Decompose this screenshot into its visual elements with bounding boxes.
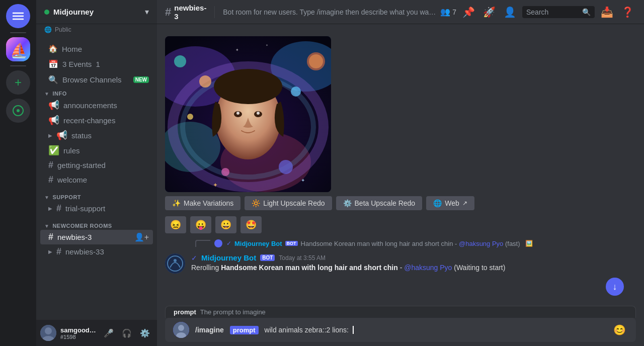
prompt-param: prompt: [230, 326, 259, 334]
channel-trial-support[interactable]: ▶ # trial-support: [40, 201, 153, 216]
discord-home-icon[interactable]: [6, 4, 30, 28]
search-input[interactable]: [526, 8, 578, 16]
channel-welcome[interactable]: # welcome: [40, 172, 153, 187]
inbox-btn[interactable]: 📥: [599, 4, 615, 20]
boost-btn[interactable]: 🚀: [481, 4, 498, 20]
make-variations-btn[interactable]: ✨ Make Variations: [165, 196, 240, 210]
input-value: wild animals zebra::2 lions:: [265, 326, 349, 334]
react-tongue-btn[interactable]: 😛: [190, 216, 211, 233]
beta-upscale-redo-btn[interactable]: ⚙️ Beta Upscale Redo: [336, 196, 423, 210]
newcomer-category[interactable]: NEWCOMER ROOMS: [36, 220, 157, 230]
user-avatar: [40, 325, 56, 341]
channel-list: 🏠 Home 📅 3 Events 1 🔍 Browse Channels NE…: [36, 37, 157, 320]
beta-upscale-redo-icon: ⚙️: [343, 199, 352, 207]
newbies-3-icon: #: [48, 232, 53, 242]
svg-point-19: [214, 69, 282, 104]
verified-badge: ✓: [191, 254, 197, 262]
prompt-hint-text: The prompt to imagine: [200, 308, 266, 316]
svg-point-20: [199, 75, 211, 88]
headphone-btn[interactable]: 🎧: [119, 325, 135, 341]
announcements-label: announcements: [63, 101, 117, 110]
svg-text:✦: ✦: [213, 182, 218, 189]
server-divider: [10, 32, 26, 33]
user-controls: 🎤 🎧 ⚙️: [101, 325, 153, 341]
members-count: 👥 7: [440, 7, 456, 17]
prompt-bar: prompt The prompt to imagine /imagine pr…: [157, 306, 644, 346]
react-angry-btn[interactable]: 😖: [165, 216, 186, 233]
channel-getting-started[interactable]: # getting-started: [40, 158, 153, 172]
explore-servers-icon[interactable]: [6, 99, 30, 123]
referenced-message: ✓ Midjourney Bot BOT Handsome Korean man…: [165, 239, 636, 247]
svg-point-21: [291, 86, 301, 97]
channel-hash-icon: #: [165, 6, 171, 19]
bot-avatar: [165, 253, 185, 274]
ref-content: ✓ Midjourney Bot BOT Handsome Korean man…: [226, 240, 533, 247]
newbies-33-icon: #: [56, 246, 61, 257]
support-category[interactable]: SUPPORT: [36, 191, 157, 201]
light-upscale-redo-btn[interactable]: 🔆 Light Upscale Redo: [245, 196, 332, 210]
trial-support-icon: #: [56, 203, 61, 214]
svg-point-27: [174, 55, 186, 67]
browse-icon: 🔍: [48, 75, 58, 84]
text-cursor: [353, 326, 354, 334]
newbies-33-expand-icon: ▶: [48, 249, 52, 254]
home-label: Home: [62, 45, 82, 53]
channel-rules[interactable]: ✅ rules: [40, 143, 153, 158]
nav-events[interactable]: 📅 3 Events 1: [40, 56, 153, 72]
help-btn[interactable]: ❓: [619, 4, 636, 20]
react-star-eyes-btn[interactable]: 🤩: [240, 216, 262, 233]
members-btn[interactable]: 👤: [502, 4, 518, 20]
scroll-to-bottom-btn[interactable]: ↓: [606, 278, 624, 296]
add-member-icon[interactable]: 👤+: [134, 232, 149, 242]
emoji-picker-btn[interactable]: 😊: [611, 322, 628, 338]
svg-text:✦: ✦: [301, 178, 305, 183]
user-info: samgoodw... #1598: [60, 326, 97, 340]
react-grin-btn[interactable]: 😀: [215, 216, 236, 233]
user-area: samgoodw... #1598 🎤 🎧 ⚙️: [36, 320, 157, 346]
ref-line: [195, 240, 210, 247]
search-icon: 🔍: [582, 8, 591, 16]
top-bar: # newbies-3 Bot room for new users. Type…: [157, 0, 644, 24]
svg-point-22: [221, 168, 229, 176]
status-icon: 📢: [56, 130, 67, 141]
public-label: Public: [55, 26, 71, 33]
info-category[interactable]: INFO: [36, 88, 157, 98]
channel-status[interactable]: ▶ 📢 status: [40, 128, 153, 143]
browse-new-badge: NEW: [133, 76, 149, 83]
rules-icon: ✅: [48, 145, 59, 156]
channel-announcements[interactable]: 📢 announcements: [40, 98, 153, 113]
add-server-icon[interactable]: +: [6, 70, 30, 95]
action-buttons: ✨ Make Variations 🔆 Light Upscale Redo ⚙…: [165, 196, 636, 210]
server-header[interactable]: Midjourney ▾: [36, 0, 157, 24]
messages-area: ✦ ✦ ✦ ✦ ✨ Make Variations 🔆 Light Upscal…: [157, 24, 644, 306]
message-mention: @haksung Pyo: [404, 264, 452, 272]
ref-author-name: Midjourney Bot: [234, 240, 282, 247]
channel-newbies-33[interactable]: ▶ # newbies-33: [40, 244, 153, 259]
nav-home[interactable]: 🏠 Home: [40, 41, 153, 56]
channel-recent-changes[interactable]: 📢 recent-changes: [40, 113, 153, 128]
channel-newbies-3[interactable]: # newbies-3 👤+: [40, 230, 153, 244]
external-link-icon: ↗: [462, 200, 467, 207]
ref-image-icon: 🖼️: [525, 240, 533, 247]
trial-support-expand-icon: ▶: [48, 206, 52, 211]
prompt-hint: prompt The prompt to imagine: [165, 306, 636, 318]
image-container: ✦ ✦ ✦ ✦ ✨ Make Variations 🔆 Light Upscal…: [165, 32, 636, 237]
midjourney-server-icon[interactable]: ⛵: [6, 37, 30, 61]
input-text-area[interactable]: wild animals zebra::2 lions:: [265, 326, 605, 334]
web-btn[interactable]: 🌐 Web ↗: [426, 196, 474, 210]
newbies-33-label: newbies-33: [65, 247, 104, 256]
pin-btn[interactable]: 📌: [460, 4, 477, 20]
status-label: status: [71, 131, 92, 140]
nav-browse[interactable]: 🔍 Browse Channels NEW: [40, 72, 153, 88]
member-number: 7: [452, 8, 456, 16]
svg-point-34: [174, 259, 177, 262]
events-icon: 📅: [48, 59, 58, 69]
ai-generated-image: ✦ ✦ ✦ ✦: [165, 36, 331, 192]
settings-btn[interactable]: ⚙️: [137, 325, 153, 341]
ref-bot-badge: BOT: [285, 241, 298, 246]
message-timestamp: Today at 3:55 AM: [279, 254, 326, 262]
server-divider-2: [10, 65, 26, 66]
getting-started-label: getting-started: [57, 161, 106, 169]
microphone-btn[interactable]: 🎤: [101, 325, 117, 341]
input-user-avatar: [173, 322, 189, 338]
